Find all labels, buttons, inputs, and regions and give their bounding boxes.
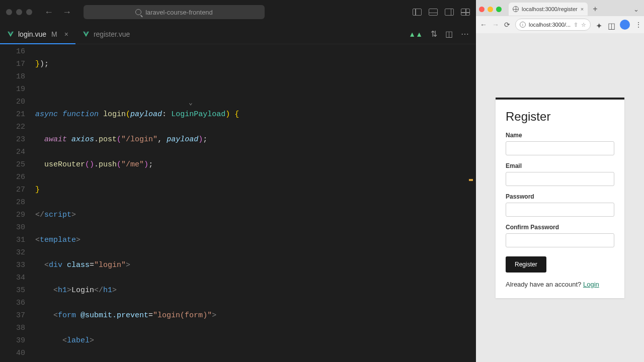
project-name: laravel-course-frontend bbox=[145, 9, 213, 16]
browser-tab-title: localhost:3000/register bbox=[522, 6, 578, 12]
page-viewport: Register Name Email Password Confirm Pas… bbox=[476, 33, 644, 362]
browser-menu-icon[interactable]: ⋮ bbox=[635, 21, 642, 29]
nav-back-icon[interactable]: ← bbox=[44, 7, 53, 18]
tab-register-vue[interactable]: register.vue bbox=[75, 24, 137, 44]
tab-overflow-icon[interactable]: ⌄ bbox=[631, 6, 641, 13]
login-link[interactable]: Login bbox=[583, 281, 599, 288]
tab-login-vue[interactable]: login.vue M × bbox=[0, 24, 75, 44]
nav-arrows: ← → bbox=[44, 7, 71, 18]
browser-chrome: localhost:3000/register × + ⌄ ← → ⟳ i lo… bbox=[476, 0, 644, 33]
profile-avatar[interactable] bbox=[620, 20, 630, 30]
already-account-text: Already have an account? bbox=[506, 281, 581, 288]
maximize-window-icon[interactable] bbox=[496, 7, 502, 12]
editor-titlebar: ← → laravel-course-frontend bbox=[0, 0, 476, 24]
toggle-panel-icon[interactable] bbox=[429, 9, 438, 16]
toolbar-right: ✦ ◫ ⋮ bbox=[596, 20, 642, 30]
nuxt-icon[interactable]: ▲▲ bbox=[409, 30, 423, 38]
globe-icon bbox=[513, 6, 519, 12]
split-editor-icon[interactable]: ◫ bbox=[445, 29, 453, 39]
site-info-icon[interactable]: i bbox=[520, 22, 526, 28]
browser-pane: localhost:3000/register × + ⌄ ← → ⟳ i lo… bbox=[476, 0, 644, 362]
toggle-sidebar-icon[interactable] bbox=[413, 9, 422, 16]
share-icon[interactable]: ⇧ bbox=[574, 22, 578, 28]
new-tab-button[interactable]: + bbox=[591, 5, 599, 14]
address-text: localhost:3000/... bbox=[529, 22, 571, 28]
browser-back-icon[interactable]: ← bbox=[480, 21, 487, 29]
tab-filename: login.vue bbox=[18, 30, 46, 38]
extensions-icon[interactable]: ✦ bbox=[596, 21, 603, 28]
browser-reload-icon[interactable]: ⟳ bbox=[504, 21, 510, 29]
sidepanel-icon[interactable]: ◫ bbox=[608, 21, 615, 28]
bookmark-icon[interactable]: ☆ bbox=[581, 22, 586, 28]
address-bar[interactable]: i localhost:3000/... ⇧ ☆ bbox=[515, 19, 591, 31]
overview-ruler-mark bbox=[469, 179, 473, 181]
email-label: Email bbox=[506, 162, 614, 169]
window-controls bbox=[6, 9, 32, 15]
search-icon bbox=[135, 9, 141, 15]
register-button[interactable]: Register bbox=[506, 256, 546, 273]
more-actions-icon[interactable]: ⋯ bbox=[461, 29, 469, 39]
vue-icon bbox=[83, 31, 90, 38]
minimize-window-icon[interactable] bbox=[488, 7, 493, 12]
login-prompt: Already have an account? Login bbox=[506, 281, 614, 288]
password-input[interactable] bbox=[506, 203, 614, 217]
titlebar-layout-controls bbox=[413, 9, 470, 16]
zoom-dot[interactable] bbox=[26, 9, 32, 15]
browser-forward-icon: → bbox=[492, 21, 499, 29]
customize-layout-icon[interactable] bbox=[461, 9, 470, 16]
email-input[interactable] bbox=[506, 172, 614, 186]
tab-close-icon[interactable]: × bbox=[64, 30, 68, 38]
register-heading: Register bbox=[506, 110, 614, 124]
tab-filename: register.vue bbox=[94, 30, 130, 38]
minimize-dot[interactable] bbox=[16, 9, 22, 15]
register-card: Register Name Email Password Confirm Pas… bbox=[496, 98, 624, 298]
confirm-password-input[interactable] bbox=[506, 233, 614, 247]
tab-actions: ▲▲ ⇅ ◫ ⋯ bbox=[409, 29, 476, 39]
close-dot[interactable] bbox=[6, 9, 12, 15]
close-tab-icon[interactable]: × bbox=[581, 6, 584, 12]
command-center[interactable]: laravel-course-frontend bbox=[84, 5, 265, 19]
toggle-secondary-icon[interactable] bbox=[445, 9, 454, 16]
text-cursor: ⌄ bbox=[189, 97, 193, 109]
name-label: Name bbox=[506, 132, 614, 139]
editor-tabs: login.vue M × register.vue ▲▲ ⇅ ◫ ⋯ bbox=[0, 24, 476, 44]
browser-toolbar: ← → ⟳ i localhost:3000/... ⇧ ☆ ✦ ◫ ⋮ bbox=[476, 16, 644, 33]
password-label: Password bbox=[506, 193, 614, 200]
code-content[interactable]: }); async function login(payload: LoginP… bbox=[35, 44, 476, 362]
close-window-icon[interactable] bbox=[479, 7, 485, 12]
vue-icon bbox=[7, 31, 14, 38]
source-control-icon[interactable]: ⇅ bbox=[431, 29, 437, 39]
confirm-password-label: Confirm Password bbox=[506, 224, 614, 231]
browser-window-controls bbox=[479, 7, 502, 12]
code-editor[interactable]: 1617181920212223242526272829303132333435… bbox=[0, 44, 476, 362]
browser-tabstrip: localhost:3000/register × + ⌄ bbox=[476, 0, 644, 16]
tab-modified-indicator: M bbox=[51, 30, 57, 38]
editor-pane: ← → laravel-course-frontend login.vue M … bbox=[0, 0, 476, 362]
line-gutter: 1617181920212223242526272829303132333435… bbox=[0, 44, 35, 362]
name-input[interactable] bbox=[506, 141, 614, 155]
browser-tab[interactable]: localhost:3000/register × bbox=[509, 3, 588, 16]
nav-forward-icon[interactable]: → bbox=[62, 7, 71, 18]
